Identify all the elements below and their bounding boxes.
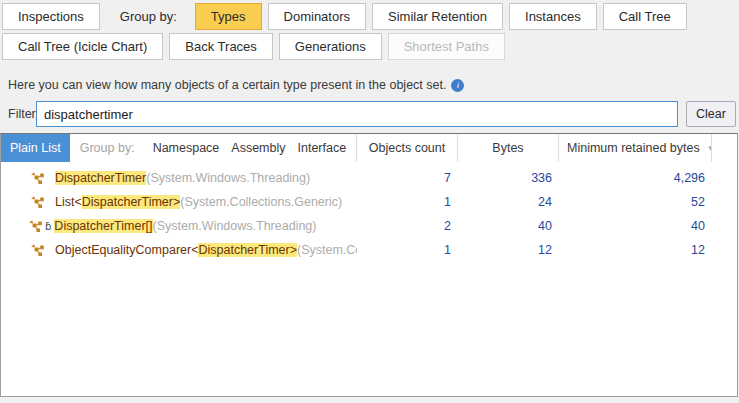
type-icon <box>30 243 45 257</box>
min-retained-bytes-column-header[interactable]: Minimum retained bytes ▼ <box>559 134 712 162</box>
type-icon <box>30 171 45 185</box>
filter-label: Filter: <box>8 107 36 121</box>
tab-call-tree-icicle-chart[interactable]: Call Tree (Icicle Chart) <box>2 33 163 60</box>
min-retained-value: 12 <box>559 243 712 257</box>
objects-count-value: 1 <box>357 195 458 209</box>
tab-similar-retention[interactable]: Similar Retention <box>372 3 503 30</box>
tab-types[interactable]: Types <box>195 3 262 30</box>
tab-call-tree[interactable]: Call Tree <box>603 3 687 30</box>
view-tabs-row-1: Inspections Group by: Types Dominators S… <box>2 3 687 30</box>
view-tabs-row-2: Call Tree (Icicle Chart) Back Traces Gen… <box>2 33 505 60</box>
grid-header: Plain List Group by: Namespace Assembly … <box>1 134 737 162</box>
type-name-match: DispatcherTimer <box>55 171 146 185</box>
bytes-value: 40 <box>458 219 559 233</box>
dotmemory-type-list-panel: Inspections Group by: Types Dominators S… <box>0 0 739 403</box>
objects-count-value: 7 <box>357 171 458 185</box>
tab-shortest-paths: Shortest Paths <box>388 33 505 60</box>
group-by-namespace-link[interactable]: Namespace <box>153 141 220 155</box>
info-icon[interactable]: i <box>451 79 464 92</box>
type-name-match: DispatcherTimer[] <box>54 219 152 233</box>
type-name-prefix: List< <box>55 195 82 209</box>
tab-generations[interactable]: Generations <box>279 33 382 60</box>
clear-filter-button[interactable]: Clear <box>686 101 736 127</box>
filter-input[interactable] <box>36 101 678 127</box>
bytes-value: 336 <box>458 171 559 185</box>
filter-row: Filter: Clear <box>0 100 739 128</box>
table-row[interactable]: DispatcherTimer (System.Windows.Threadin… <box>1 166 737 190</box>
tab-instances[interactable]: Instances <box>509 3 597 30</box>
bytes-column-header[interactable]: Bytes <box>458 134 559 162</box>
table-row[interactable]: ObjectEqualityComparer<DispatcherTimer> … <box>1 238 737 262</box>
tab-dominators[interactable]: Dominators <box>268 3 366 30</box>
type-namespace: (System.Col <box>297 243 357 257</box>
view-description: Here you can view how many objects of a … <box>8 78 464 92</box>
table-row[interactable]: List<DispatcherTimer> (System.Collection… <box>1 190 737 214</box>
array-badge-icon: ɓ <box>45 221 51 232</box>
group-by-label: Group by: <box>106 9 189 24</box>
name-column-header: Plain List Group by: Namespace Assembly … <box>1 134 357 162</box>
tab-back-traces[interactable]: Back Traces <box>169 33 273 60</box>
objects-count-value: 1 <box>357 243 458 257</box>
tab-inspections[interactable]: Inspections <box>2 3 100 30</box>
header-spacer <box>712 134 737 162</box>
type-namespace: (System.Windows.Threading) <box>153 219 317 233</box>
objects-count-value: 2 <box>357 219 458 233</box>
objects-count-column-header[interactable]: Objects count <box>357 134 458 162</box>
bytes-header-label: Bytes <box>492 141 523 155</box>
group-by-assembly-link[interactable]: Assembly <box>231 141 285 155</box>
type-name-match: DispatcherTimer> <box>82 195 181 209</box>
table-row[interactable]: ɓ DispatcherTimer[] (System.Windows.Thre… <box>1 214 737 238</box>
objects-count-header-label: Objects count <box>369 141 445 155</box>
types-grid: Plain List Group by: Namespace Assembly … <box>0 133 738 397</box>
type-icon <box>30 195 45 209</box>
type-namespace: (System.Windows.Threading) <box>146 171 310 185</box>
type-name-prefix: ObjectEqualityComparer< <box>55 243 198 257</box>
min-retained-header-label: Minimum retained bytes <box>567 141 700 155</box>
group-by-interface-link[interactable]: Interface <box>298 141 347 155</box>
type-icon <box>28 219 43 233</box>
grid-body: DispatcherTimer (System.Windows.Threadin… <box>1 162 737 262</box>
type-namespace: (System.Collections.Generic) <box>180 195 342 209</box>
description-text: Here you can view how many objects of a … <box>8 78 446 92</box>
type-name-match: DispatcherTimer> <box>198 243 297 257</box>
bytes-value: 12 <box>458 243 559 257</box>
grid-group-by-label: Group by: <box>80 141 135 155</box>
min-retained-value: 4,296 <box>559 171 712 185</box>
plain-list-toggle[interactable]: Plain List <box>1 134 70 162</box>
min-retained-value: 52 <box>559 195 712 209</box>
min-retained-value: 40 <box>559 219 712 233</box>
bytes-value: 24 <box>458 195 559 209</box>
